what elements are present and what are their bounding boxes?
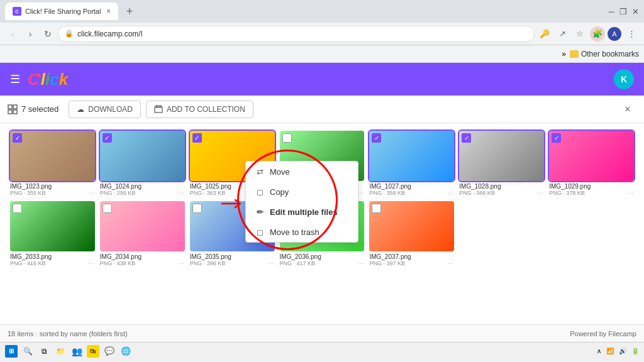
close-window-button[interactable]: ✕ (632, 7, 639, 16)
logo-k: k (59, 70, 68, 89)
file-type-size: PNG · 396 KB (190, 260, 226, 266)
file-checkbox[interactable] (552, 133, 561, 143)
file-type-size: PNG · 363 KB (190, 190, 226, 196)
bookmarks-more[interactable]: » (562, 50, 566, 58)
user-avatar[interactable]: K (614, 69, 634, 89)
file-checkbox[interactable] (103, 204, 112, 213)
file-checkbox[interactable] (13, 204, 22, 213)
address-bar[interactable]: 🔒 click.filecamp.com/l (58, 26, 535, 42)
whatsapp-button[interactable]: 💬 (103, 345, 116, 358)
edit-multiple-label: Edit multiple files (270, 207, 338, 217)
forward-button[interactable]: › (23, 26, 38, 41)
file-type-size: PNG · 299 KB (100, 190, 136, 196)
refresh-button[interactable]: ↻ (40, 26, 55, 41)
file-more-button[interactable]: ··· (627, 190, 634, 196)
file-info: PNG · 416 KB ··· (10, 260, 95, 266)
files-taskbar-button[interactable]: 📁 (54, 345, 67, 358)
file-type-size: PNG · 397 KB (369, 260, 405, 266)
file-checkbox[interactable] (462, 133, 471, 143)
file-item: IMG_1028.png PNG · 366 KB ··· (459, 131, 544, 196)
context-menu-move[interactable]: ⇄ Move (246, 162, 358, 182)
task-view-button[interactable]: ⧉ (38, 345, 50, 358)
tab-bar: C Click! File Sharing Portal × + ─ ❐ ✕ (0, 0, 644, 23)
file-more-button[interactable]: ··· (178, 260, 185, 266)
taskbar-up-icon[interactable]: ∧ (597, 348, 601, 354)
add-to-collection-button[interactable]: ADD TO COLLECTION (146, 101, 253, 118)
maximize-button[interactable]: ❐ (619, 7, 627, 16)
store-button[interactable]: 🛍 (87, 345, 99, 358)
svg-rect-0 (8, 105, 12, 109)
file-info: PNG · 397 KB ··· (369, 260, 454, 266)
context-menu-edit-multiple[interactable]: ✏ Edit multiple files (246, 202, 358, 222)
key-icon[interactable]: 🔑 (537, 26, 552, 41)
active-tab[interactable]: C Click! File Sharing Portal × (5, 3, 118, 20)
file-checkbox[interactable] (103, 133, 112, 143)
svg-rect-1 (13, 105, 17, 109)
download-button[interactable]: ☁ DOWNLOAD (69, 101, 141, 118)
move-label: Move (270, 167, 290, 177)
edit-icon: ✏ (255, 207, 265, 217)
battery-icon[interactable]: 🔋 (631, 348, 639, 354)
extensions-icon[interactable]: 🧩 (590, 26, 605, 41)
teams-button[interactable]: 👥 (70, 345, 83, 358)
file-name: IMG_2037.png (369, 253, 454, 260)
star-icon[interactable]: ☆ (572, 26, 587, 41)
file-checkbox[interactable] (13, 133, 22, 143)
file-info: PNG · 417 KB ··· (280, 260, 365, 266)
tab-close-button[interactable]: × (106, 7, 111, 16)
file-checkbox[interactable] (372, 204, 381, 213)
file-more-button[interactable]: ··· (358, 260, 365, 266)
file-item: IMG_1029.png PNG · 378 KB ··· (549, 131, 634, 196)
share-icon[interactable]: ↗ (555, 26, 570, 41)
toolbar-close-button[interactable]: × (619, 101, 636, 118)
profile-icon[interactable]: A (608, 27, 621, 41)
context-menu: ⇄ Move ◻ Copy ✏ Edit multiple files ◻ Mo… (245, 161, 358, 243)
volume-icon[interactable]: 🔊 (619, 348, 626, 354)
other-bookmarks-label: Other bookmarks (581, 50, 639, 58)
file-checkbox[interactable] (282, 133, 292, 143)
file-more-button[interactable]: ··· (448, 260, 455, 266)
file-info: PNG · 378 KB ··· (549, 190, 634, 196)
file-more-button[interactable]: ··· (358, 190, 365, 196)
file-checkbox[interactable] (192, 204, 202, 213)
file-item: IMG_2037.png PNG · 397 KB ··· (369, 201, 454, 266)
file-thumbnail (10, 201, 95, 251)
hamburger-menu[interactable]: ☰ (10, 72, 20, 86)
new-tab-button[interactable]: + (121, 3, 138, 20)
collection-icon (154, 105, 163, 114)
wifi-icon[interactable]: 📶 (606, 348, 614, 354)
file-name: IMG_1029.png (549, 183, 634, 190)
file-more-button[interactable]: ··· (448, 190, 455, 196)
back-button[interactable]: ‹ (5, 26, 20, 41)
file-thumbnail (10, 131, 95, 181)
more-menu-button[interactable]: ⋮ (624, 26, 639, 41)
selected-count-label: 7 selected (8, 104, 58, 114)
file-thumbnail (100, 201, 185, 251)
file-checkbox[interactable] (192, 133, 202, 143)
file-name: IMG_1027.png (369, 183, 454, 190)
svg-rect-2 (8, 110, 12, 114)
file-thumbnail (549, 131, 634, 181)
file-more-button[interactable]: ··· (268, 260, 275, 266)
file-more-button[interactable]: ··· (88, 190, 95, 196)
search-taskbar-button[interactable]: 🔍 (21, 345, 34, 358)
file-more-button[interactable]: ··· (178, 190, 185, 196)
lock-icon: 🔒 (65, 30, 74, 38)
file-more-button[interactable]: ··· (88, 260, 95, 266)
file-name: IMG_2034.png (100, 253, 185, 260)
context-menu-trash[interactable]: ◻ Move to trash (246, 222, 358, 242)
start-button[interactable]: ⊞ (5, 345, 18, 358)
file-item: IMG_2033.png PNG · 416 KB ··· (10, 201, 95, 266)
file-more-button[interactable]: ··· (538, 190, 545, 196)
grid-icon (8, 104, 18, 114)
move-icon: ⇄ (255, 167, 265, 177)
chrome-button[interactable]: 🌐 (119, 345, 132, 358)
app-header: ☰ Click K (0, 63, 644, 96)
file-type-size: PNG · 366 KB (459, 190, 495, 196)
copy-label: Copy (270, 187, 289, 197)
context-menu-copy[interactable]: ◻ Copy (246, 182, 358, 202)
file-checkbox[interactable] (372, 133, 381, 143)
tab-favicon: C (13, 7, 21, 16)
other-bookmarks[interactable]: Other bookmarks (570, 50, 639, 58)
minimize-button[interactable]: ─ (609, 7, 614, 16)
